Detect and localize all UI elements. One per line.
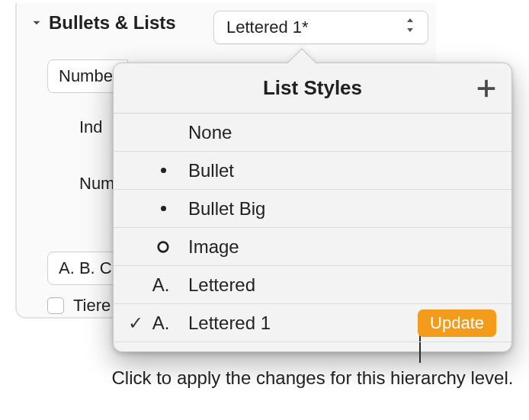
list-style-name: Bullet Big [188, 198, 496, 220]
disclosure-icon [29, 16, 44, 30]
list-style-name: Bullet [188, 160, 496, 181]
list-style-name: Image [188, 236, 496, 258]
image-ring-icon [150, 240, 176, 254]
section-title: Bullets & Lists [49, 12, 176, 34]
tiered-label: Tiere [73, 296, 111, 316]
list-style-name: None [188, 122, 496, 143]
tiered-checkbox-row[interactable]: Tiere [47, 296, 111, 316]
list-style-item[interactable]: ✓A.Lettered 1Update [114, 304, 511, 342]
bullet-icon [150, 206, 176, 211]
numbers-label: Num [79, 174, 114, 194]
plus-icon [475, 77, 498, 100]
letters-style-value: A. B. C. [59, 258, 117, 278]
checkmark-icon: ✓ [127, 313, 144, 334]
list-style-item[interactable]: Bullet Big [114, 190, 511, 228]
chevron-updown-icon [405, 18, 415, 37]
list-style-name: Lettered [188, 274, 496, 296]
list-style-item[interactable]: A.Lettered [114, 266, 511, 304]
list-style-value: Lettered 1* [226, 18, 309, 37]
indent-label: Ind [79, 117, 103, 137]
update-style-button[interactable]: Update [418, 309, 496, 337]
bullet-icon [150, 168, 176, 173]
list-style-name: Lettered 1 [188, 313, 406, 334]
tiered-checkbox[interactable] [47, 297, 64, 314]
popover-list[interactable]: NoneBulletBullet BigImageA.Lettered✓A.Le… [114, 114, 511, 351]
popover-header: List Styles [114, 63, 511, 114]
popover-title: List Styles [263, 76, 362, 100]
list-style-dropdown[interactable]: Lettered 1* [213, 11, 428, 44]
spacer-icon: A. [150, 313, 176, 334]
list-styles-popover: List Styles NoneBulletBullet BigImageA.L… [113, 63, 512, 352]
spacer-icon: A. [150, 274, 176, 296]
list-style-item[interactable]: None [114, 114, 511, 152]
svg-point-0 [159, 242, 168, 252]
list-style-item[interactable]: Image [114, 228, 511, 266]
add-style-button[interactable] [470, 72, 502, 104]
list-style-item[interactable]: Bullet [114, 152, 511, 190]
callout-caption: Click to apply the changes for this hier… [107, 366, 518, 390]
number-style-value: Numbe [59, 66, 113, 86]
